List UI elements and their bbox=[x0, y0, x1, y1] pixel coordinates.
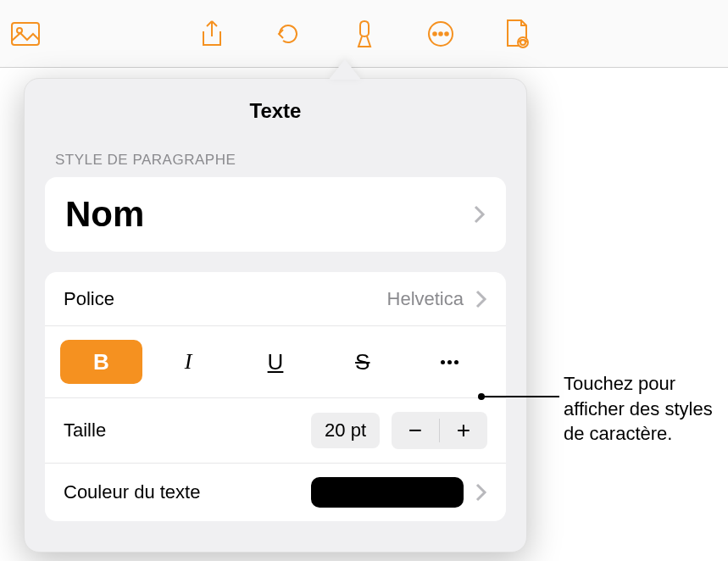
size-decrease-button[interactable]: − bbox=[392, 412, 439, 449]
more-styles-button[interactable] bbox=[408, 340, 491, 384]
format-brush-button[interactable] bbox=[347, 17, 381, 51]
font-row[interactable]: Police Helvetica bbox=[45, 272, 506, 326]
svg-point-4 bbox=[439, 32, 442, 36]
text-properties-card: Police Helvetica B I U S Taille 20 pt bbox=[45, 272, 506, 521]
svg-point-3 bbox=[433, 32, 436, 36]
svg-point-1 bbox=[17, 28, 22, 33]
text-color-label: Couleur du texte bbox=[64, 481, 311, 503]
more-icon bbox=[441, 360, 458, 364]
size-stepper: − + bbox=[392, 412, 487, 449]
size-label: Taille bbox=[64, 419, 311, 442]
chevron-right-icon bbox=[475, 483, 487, 502]
font-value: Helvetica bbox=[387, 288, 464, 310]
chevron-right-icon bbox=[475, 290, 487, 308]
share-button[interactable] bbox=[195, 17, 229, 51]
document-view-button[interactable] bbox=[500, 17, 534, 51]
italic-button[interactable]: I bbox=[147, 340, 230, 384]
size-increase-button[interactable]: + bbox=[440, 412, 487, 449]
popover-title: Texte bbox=[25, 79, 526, 140]
text-color-row[interactable]: Couleur du texte bbox=[45, 464, 506, 521]
font-label: Police bbox=[64, 288, 387, 310]
paragraph-style-row[interactable]: Nom bbox=[45, 177, 506, 252]
paragraph-style-value: Nom bbox=[65, 194, 144, 235]
underline-button[interactable]: U bbox=[235, 340, 317, 384]
chevron-right-icon bbox=[474, 205, 486, 224]
callout-pointer bbox=[481, 396, 559, 397]
paragraph-style-label: STYLE DE PARAGRAPHE bbox=[25, 140, 526, 177]
size-value[interactable]: 20 pt bbox=[311, 413, 380, 448]
strikethrough-button[interactable]: S bbox=[321, 340, 403, 384]
text-color-swatch bbox=[311, 477, 464, 508]
insert-image-button[interactable] bbox=[8, 17, 42, 51]
callout-text: Touchez pour afficher des styles de cara… bbox=[564, 371, 716, 447]
bold-button[interactable]: B bbox=[60, 340, 142, 384]
size-row: Taille 20 pt − + bbox=[45, 398, 506, 464]
svg-rect-0 bbox=[12, 23, 39, 45]
undo-button[interactable] bbox=[271, 17, 305, 51]
popover-arrow bbox=[329, 56, 361, 80]
more-button[interactable] bbox=[424, 17, 458, 51]
toolbar bbox=[0, 0, 728, 68]
format-popover: Texte STYLE DE PARAGRAPHE Nom Police Hel… bbox=[24, 78, 527, 553]
svg-point-5 bbox=[445, 32, 448, 36]
text-style-row: B I U S bbox=[45, 326, 506, 398]
paragraph-style-card: Nom bbox=[45, 177, 506, 252]
